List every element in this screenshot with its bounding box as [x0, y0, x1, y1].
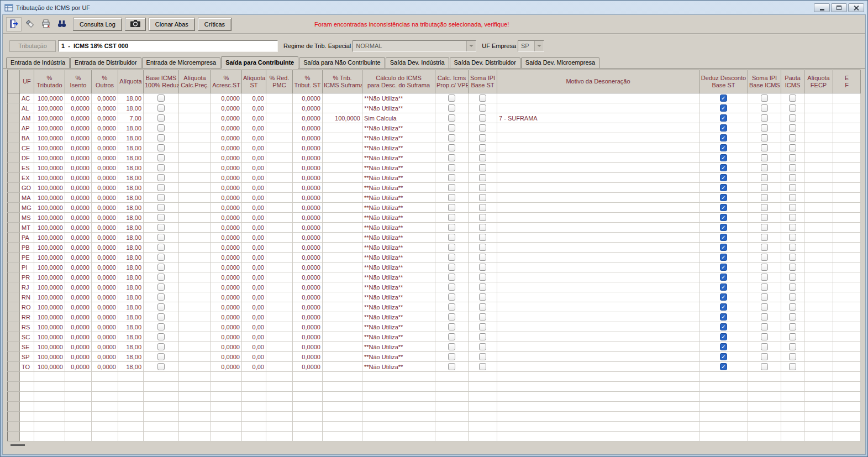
cell-pauta-icms[interactable] — [781, 322, 804, 332]
base-icms-100-reduz-checkbox[interactable] — [157, 144, 165, 151]
cell-aliquota-fecp[interactable] — [804, 223, 833, 233]
cell-aliquota-calc-prec[interactable] — [179, 133, 211, 143]
cell-aliquota[interactable]: 18,00 — [118, 272, 144, 282]
cell-aliquota-st[interactable] — [242, 402, 266, 412]
cell-motivo-desoneracao[interactable] — [497, 422, 699, 432]
cell-soma-ipi-base-st[interactable] — [469, 432, 497, 442]
pauta-icms-checkbox[interactable] — [789, 214, 796, 221]
soma-ipi-base-icms-checkbox[interactable] — [761, 114, 768, 122]
cell-uf[interactable]: DF — [20, 153, 34, 163]
cell-motivo-desoneracao[interactable] — [497, 193, 699, 203]
base-icms-100-reduz-checkbox[interactable] — [157, 164, 165, 171]
cell-pct-trib-icms-suframa[interactable] — [323, 322, 362, 332]
cell-aliquota[interactable] — [118, 432, 144, 442]
cell-deduz-desconto-base-st[interactable]: ✓ — [699, 282, 748, 292]
cell-col-cut[interactable] — [833, 392, 861, 402]
cell-soma-ipi-base-st[interactable] — [469, 332, 497, 342]
calc-icms-prop-vpe-checkbox[interactable] — [448, 174, 455, 181]
cell-soma-ipi-base-icms[interactable] — [748, 372, 781, 382]
cell-calc-icms-prop-vpe[interactable] — [435, 302, 469, 312]
cell-pct-isento[interactable]: 0,0000 — [65, 352, 92, 362]
cell-pct-outros[interactable] — [92, 392, 118, 402]
cell-pct-outros[interactable]: 0,0000 — [92, 153, 118, 163]
soma-ipi-base-icms-checkbox[interactable] — [761, 254, 768, 261]
cell-pct-isento[interactable]: 0,0000 — [65, 193, 92, 203]
cell-motivo-desoneracao[interactable] — [497, 342, 699, 352]
cell-pct-tribut-st[interactable] — [293, 392, 323, 402]
cell-pct-tribut-st[interactable]: 0,0000 — [293, 233, 323, 243]
calc-icms-prop-vpe-checkbox[interactable] — [448, 114, 455, 122]
cell-base-icms-100-reduz[interactable] — [144, 93, 179, 103]
cell-pct-tributado[interactable] — [34, 432, 65, 442]
cell-pct-acresc-st[interactable]: 0,0000 — [211, 332, 242, 342]
cell-aliquota[interactable]: 18,00 — [118, 213, 144, 223]
cell-pct-tribut-st[interactable]: 0,0000 — [293, 133, 323, 143]
cell-calc-icms-prop-vpe[interactable] — [435, 193, 469, 203]
cell-pct-trib-icms-suframa[interactable] — [323, 312, 362, 322]
cell-soma-ipi-base-st[interactable] — [469, 213, 497, 223]
cell-aliquota-fecp[interactable] — [804, 352, 833, 362]
cell-pct-acresc-st[interactable]: 0,0000 — [211, 173, 242, 183]
cell-pct-acresc-st[interactable]: 0,0000 — [211, 342, 242, 352]
cell-soma-ipi-base-st[interactable] — [469, 302, 497, 312]
cell-aliquota-calc-prec[interactable] — [179, 143, 211, 153]
pauta-icms-checkbox[interactable] — [789, 323, 796, 330]
cell-aliquota-st[interactable]: 0,00 — [242, 362, 266, 372]
cell-calculo-icms-desc-suframa[interactable]: **Não Utiliza** — [362, 153, 435, 163]
cell-base-icms-100-reduz[interactable] — [144, 133, 179, 143]
cell-aliquota-fecp[interactable] — [804, 163, 833, 173]
cell-aliquota-calc-prec[interactable] — [179, 243, 211, 253]
cell-pct-trib-icms-suframa[interactable] — [323, 223, 362, 233]
cell-base-icms-100-reduz[interactable] — [144, 223, 179, 233]
cell-pct-acresc-st[interactable]: 0,0000 — [211, 203, 242, 213]
cell-soma-ipi-base-st[interactable] — [469, 113, 497, 123]
cell-pct-tributado[interactable]: 100,0000 — [34, 282, 65, 292]
cell-aliquota-calc-prec[interactable] — [179, 302, 211, 312]
cell-uf[interactable]: AP — [20, 123, 34, 133]
tab-sa-da-para-contribuinte[interactable]: Saída para Contribuinte — [221, 56, 298, 69]
cell-pct-outros[interactable]: 0,0000 — [92, 262, 118, 272]
cell-pct-tributado[interactable]: 100,0000 — [34, 292, 65, 302]
cell-col-cut[interactable] — [833, 332, 861, 342]
cell-aliquota-st[interactable] — [242, 412, 266, 422]
soma-ipi-base-icms-checkbox[interactable] — [761, 283, 768, 291]
cell-pauta-icms[interactable] — [781, 143, 804, 153]
cell-pct-isento[interactable]: 0,0000 — [65, 243, 92, 253]
deduz-desconto-base-st-checkbox[interactable]: ✓ — [720, 164, 727, 171]
cell-deduz-desconto-base-st[interactable]: ✓ — [699, 203, 748, 213]
cell-pct-isento[interactable]: 0,0000 — [65, 302, 92, 312]
horizontal-scrollbar[interactable] — [7, 443, 861, 448]
cell-aliquota-st[interactable]: 0,00 — [242, 123, 266, 133]
cell-aliquota-calc-prec[interactable] — [179, 412, 211, 422]
calc-icms-prop-vpe-checkbox[interactable] — [448, 94, 455, 102]
cell-soma-ipi-base-st[interactable] — [469, 183, 497, 193]
cell-soma-ipi-base-st[interactable] — [469, 123, 497, 133]
cell-soma-ipi-base-st[interactable] — [469, 103, 497, 113]
cell-pct-tributado[interactable]: 100,0000 — [34, 243, 65, 253]
cell-pct-isento[interactable] — [65, 382, 92, 392]
cell-pct-tribut-st[interactable]: 0,0000 — [293, 322, 323, 332]
cell-pct-red-pmc[interactable] — [266, 332, 293, 342]
cell-deduz-desconto-base-st[interactable]: ✓ — [699, 352, 748, 362]
base-icms-100-reduz-checkbox[interactable] — [157, 114, 165, 122]
cell-pct-trib-icms-suframa[interactable] — [323, 213, 362, 223]
cell-uf[interactable]: RO — [20, 302, 34, 312]
cell-pauta-icms[interactable] — [781, 213, 804, 223]
cell-aliquota-fecp[interactable] — [804, 422, 833, 432]
soma-ipi-base-st-checkbox[interactable] — [479, 184, 486, 191]
cell-calc-icms-prop-vpe[interactable] — [435, 402, 469, 412]
cell-pauta-icms[interactable] — [781, 292, 804, 302]
cell-pct-red-pmc[interactable] — [266, 352, 293, 362]
calc-icms-prop-vpe-checkbox[interactable] — [448, 343, 455, 350]
soma-ipi-base-st-checkbox[interactable] — [479, 224, 486, 231]
cell-aliquota-calc-prec[interactable] — [179, 262, 211, 272]
cell-base-icms-100-reduz[interactable] — [144, 123, 179, 133]
cell-pauta-icms[interactable] — [781, 163, 804, 173]
cell-aliquota-calc-prec[interactable] — [179, 322, 211, 332]
soma-ipi-base-icms-checkbox[interactable] — [761, 363, 768, 370]
pauta-icms-checkbox[interactable] — [789, 303, 796, 311]
cell-base-icms-100-reduz[interactable] — [144, 163, 179, 173]
pauta-icms-checkbox[interactable] — [789, 204, 796, 211]
deduz-desconto-base-st-checkbox[interactable]: ✓ — [720, 134, 727, 141]
cell-soma-ipi-base-st[interactable] — [469, 193, 497, 203]
